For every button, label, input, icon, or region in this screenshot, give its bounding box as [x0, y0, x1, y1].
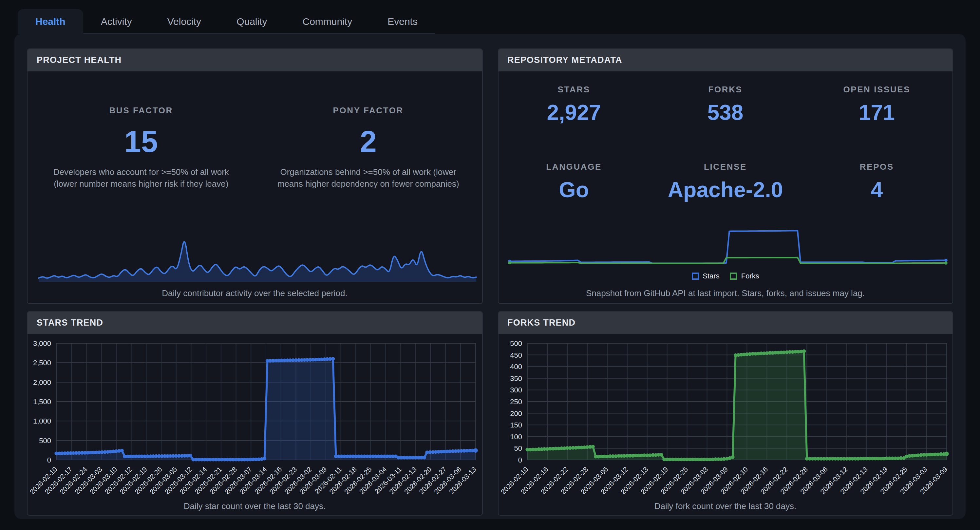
- metadata-open-issues: OPEN ISSUES171: [801, 84, 953, 125]
- svg-text:350: 350: [510, 374, 522, 383]
- metric-value: Go: [498, 178, 649, 202]
- metric-value: 171: [801, 100, 953, 125]
- tab-activity[interactable]: Activity: [83, 9, 150, 33]
- legend-item-forks[interactable]: Forks: [730, 272, 759, 280]
- svg-text:250: 250: [510, 398, 522, 406]
- legend-label: Stars: [703, 272, 719, 280]
- forks-trend-body: 2026-02-102026-02-162026-02-222026-02-28…: [498, 336, 953, 516]
- repository-metadata-body: STARS2,927FORKS538OPEN ISSUES171LANGUAGE…: [498, 72, 953, 303]
- content-card: PROJECT HEALTH BUS FACTOR15Developers wh…: [14, 34, 966, 519]
- panel-grid: PROJECT HEALTH BUS FACTOR15Developers wh…: [27, 48, 953, 516]
- svg-text:400: 400: [510, 363, 522, 371]
- svg-text:3,000: 3,000: [33, 339, 51, 347]
- repo-health-dashboard: HealthActivityVelocityQualityCommunityEv…: [0, 0, 980, 530]
- factor-metrics: BUS FACTOR15Developers who account for >…: [27, 72, 482, 190]
- tab-events[interactable]: Events: [370, 9, 435, 33]
- panel-header-project-health: PROJECT HEALTH: [27, 49, 482, 72]
- panel-header-stars-trend: STARS TREND: [27, 312, 482, 334]
- svg-text:0: 0: [47, 456, 51, 464]
- forks-trend-chart[interactable]: 2026-02-102026-02-162026-02-222026-02-28…: [498, 336, 953, 501]
- svg-text:50: 50: [514, 444, 522, 452]
- metric-value: 538: [649, 100, 801, 125]
- metric-value: Apache-2.0: [649, 178, 801, 202]
- metric-label: REPOS: [801, 162, 953, 172]
- tab-health[interactable]: Health: [18, 9, 83, 33]
- svg-text:300: 300: [510, 386, 522, 394]
- panel-header-repository-metadata: REPOSITORY METADATA: [498, 49, 953, 72]
- metric-description: Developers who account for >=50% of all …: [43, 166, 239, 190]
- svg-text:150: 150: [510, 421, 522, 429]
- metric-label: PONY FACTOR: [270, 105, 466, 115]
- forks-trend-caption: Daily fork count over the last 30 days.: [498, 501, 953, 511]
- factor-pony-factor: PONY FACTOR2Organizations behind >=50% o…: [255, 105, 482, 190]
- metric-value: 2: [270, 124, 466, 159]
- metric-label: OPEN ISSUES: [801, 84, 953, 94]
- factor-bus-factor: BUS FACTOR15Developers who account for >…: [27, 105, 255, 190]
- legend-swatch-forks: [730, 272, 737, 279]
- metric-value: 4: [801, 178, 953, 202]
- svg-text:100: 100: [510, 433, 522, 441]
- metric-value: 15: [43, 124, 239, 159]
- panel-forks-trend: FORKS TREND 2026-02-102026-02-162026-02-…: [498, 311, 953, 516]
- project-health-body: BUS FACTOR15Developers who account for >…: [27, 72, 482, 303]
- metric-label: LANGUAGE: [498, 162, 649, 172]
- sparkline-caption: Daily contributor activity over the sele…: [27, 288, 482, 298]
- tab-quality[interactable]: Quality: [219, 9, 285, 33]
- metric-label: BUS FACTOR: [43, 105, 239, 115]
- legend-item-stars[interactable]: Stars: [691, 272, 719, 280]
- tab-velocity[interactable]: Velocity: [150, 9, 219, 33]
- panel-project-health: PROJECT HEALTH BUS FACTOR15Developers wh…: [27, 48, 482, 304]
- repo-metadata-metrics: STARS2,927FORKS538OPEN ISSUES171LANGUAGE…: [498, 72, 953, 202]
- svg-text:500: 500: [39, 437, 51, 445]
- metadata-forks: FORKS538: [649, 84, 801, 125]
- tab-bar: HealthActivityVelocityQualityCommunityEv…: [18, 9, 435, 34]
- stars-forks-overview-chart[interactable]: [508, 226, 948, 267]
- panel-stars-trend: STARS TREND 2026-02-102026-02-172026-02-…: [27, 311, 482, 516]
- metadata-language: LANGUAGEGo: [498, 162, 649, 202]
- svg-text:1,000: 1,000: [33, 417, 51, 425]
- metric-value: 2,927: [498, 100, 649, 125]
- panel-repository-metadata: REPOSITORY METADATA STARS2,927FORKS538OP…: [498, 48, 953, 304]
- svg-text:200: 200: [510, 409, 522, 418]
- svg-text:2,000: 2,000: [33, 378, 51, 387]
- svg-text:450: 450: [510, 351, 522, 359]
- metadata-license: LICENSEApache-2.0: [649, 162, 801, 202]
- metadata-caption: Snapshot from GitHub API at last import.…: [498, 288, 953, 298]
- contributor-activity-sparkline[interactable]: [37, 231, 477, 284]
- panel-header-forks-trend: FORKS TREND: [498, 312, 953, 334]
- svg-text:1,500: 1,500: [33, 398, 51, 406]
- svg-text:2,500: 2,500: [33, 359, 51, 367]
- chart-legend: StarsForks: [498, 272, 953, 280]
- tab-community[interactable]: Community: [285, 9, 370, 33]
- metric-label: STARS: [498, 84, 649, 94]
- metric-description: Organizations behind >=50% of all work (…: [270, 166, 466, 190]
- stars-trend-caption: Daily star count over the last 30 days.: [27, 501, 482, 511]
- metadata-repos: REPOS4: [801, 162, 953, 202]
- legend-label: Forks: [741, 272, 759, 280]
- stars-trend-chart[interactable]: 2026-02-102026-02-172026-02-242026-03-03…: [27, 336, 482, 501]
- svg-text:0: 0: [518, 456, 522, 464]
- metric-label: FORKS: [649, 84, 801, 94]
- svg-text:500: 500: [510, 339, 522, 347]
- stars-trend-body: 2026-02-102026-02-172026-02-242026-03-03…: [27, 336, 482, 516]
- metadata-stars: STARS2,927: [498, 84, 649, 125]
- legend-swatch-stars: [691, 272, 698, 279]
- metric-label: LICENSE: [649, 162, 801, 172]
